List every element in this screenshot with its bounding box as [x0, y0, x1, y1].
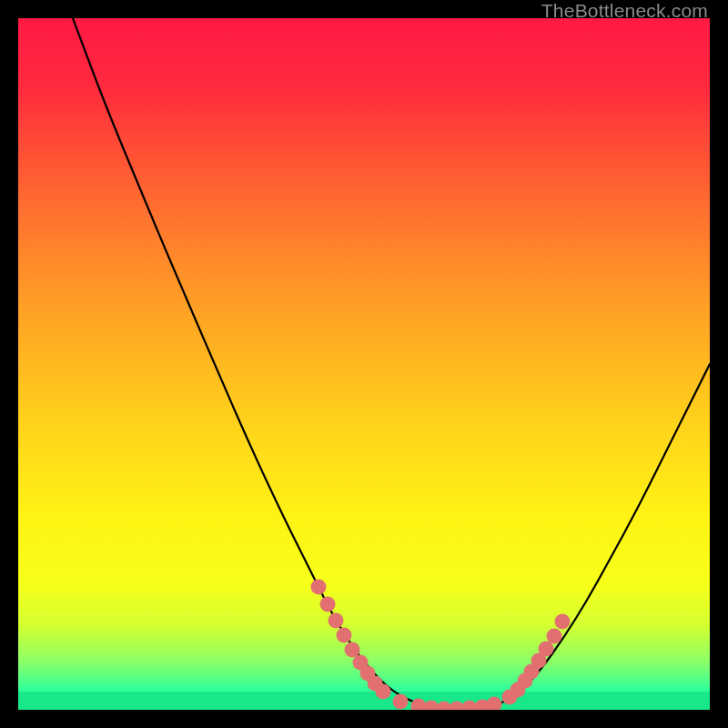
highlight-dot	[539, 642, 554, 657]
highlight-dot	[311, 580, 327, 595]
highlight-dot	[329, 613, 344, 629]
curve-layer	[18, 18, 710, 710]
highlight-dot	[320, 597, 336, 612]
highlight-dot	[547, 629, 562, 644]
highlight-dot	[555, 614, 571, 630]
highlight-dots-group	[311, 580, 571, 711]
highlight-dot	[345, 642, 360, 658]
bottleneck-curve	[73, 18, 710, 709]
highlight-dot	[487, 697, 502, 711]
highlight-dot	[337, 628, 352, 643]
highlight-dot	[376, 684, 391, 700]
chart-frame: TheBottleneck.com	[0, 0, 728, 728]
plot-area	[18, 18, 710, 710]
watermark-text: TheBottleneck.com	[541, 0, 708, 22]
highlight-dot	[393, 694, 409, 710]
